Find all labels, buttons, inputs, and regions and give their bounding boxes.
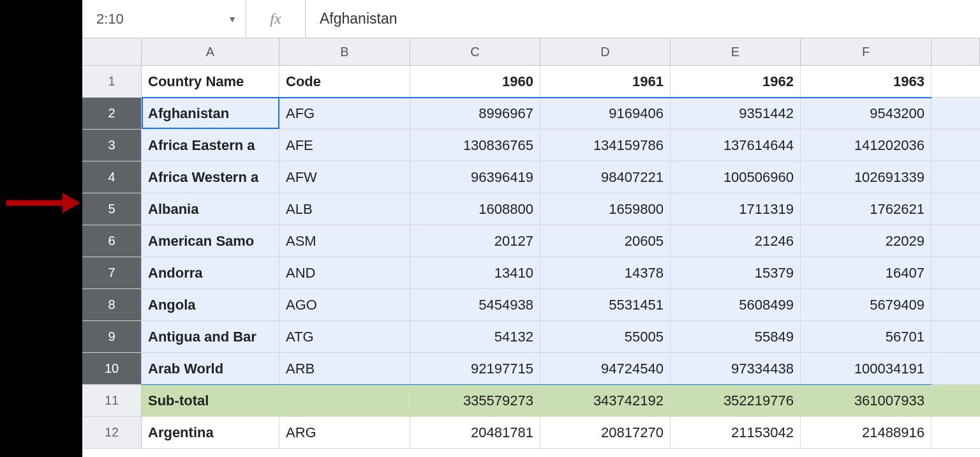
cell[interactable]: American Samo bbox=[142, 225, 279, 257]
cell[interactable]: 22029 bbox=[801, 225, 932, 257]
row-header-7[interactable]: 7 bbox=[82, 257, 142, 288]
cell[interactable]: Albania bbox=[142, 193, 279, 225]
cell[interactable] bbox=[932, 66, 980, 97]
cell[interactable] bbox=[932, 193, 980, 225]
cell[interactable]: 97334438 bbox=[671, 353, 801, 384]
cell[interactable]: 55005 bbox=[540, 321, 671, 352]
cell[interactable]: 1961 bbox=[540, 66, 671, 97]
col-header-F[interactable]: F bbox=[801, 38, 932, 65]
col-header-next[interactable] bbox=[932, 38, 980, 65]
cell[interactable]: 141202036 bbox=[801, 130, 932, 161]
cell[interactable]: ARB bbox=[279, 353, 410, 384]
cell[interactable]: ARG bbox=[279, 417, 410, 448]
cell[interactable]: 100034191 bbox=[801, 353, 932, 384]
row-header-11[interactable]: 11 bbox=[82, 385, 142, 416]
cell[interactable]: 54132 bbox=[410, 321, 540, 352]
cell[interactable]: 13410 bbox=[410, 257, 540, 288]
cell[interactable]: Code bbox=[279, 66, 410, 97]
cell[interactable]: 21246 bbox=[671, 225, 801, 257]
cell[interactable]: Arab World bbox=[142, 353, 279, 384]
cell[interactable]: 1963 bbox=[801, 66, 932, 97]
cell[interactable] bbox=[932, 130, 980, 161]
cell[interactable]: 130836765 bbox=[410, 130, 540, 161]
name-box[interactable]: 2:10 ▼ bbox=[82, 0, 246, 38]
cell[interactable]: 20605 bbox=[540, 225, 671, 257]
cell[interactable]: AND bbox=[279, 257, 410, 288]
row-header-6[interactable]: 6 bbox=[82, 225, 142, 257]
cell[interactable]: 56701 bbox=[801, 321, 932, 352]
row-header-3[interactable]: 3 bbox=[82, 130, 142, 161]
cell[interactable]: Afghanistan bbox=[142, 98, 279, 129]
cell[interactable] bbox=[932, 257, 980, 288]
col-header-A[interactable]: A bbox=[142, 38, 279, 65]
cell[interactable]: 137614644 bbox=[671, 130, 801, 161]
row-header-1[interactable]: 1 bbox=[82, 66, 142, 97]
cell[interactable]: ATG bbox=[279, 321, 410, 352]
row-header-2[interactable]: 2 bbox=[82, 98, 142, 129]
select-all-corner[interactable] bbox=[82, 38, 142, 65]
cell[interactable]: 102691339 bbox=[801, 161, 932, 193]
cell[interactable] bbox=[932, 385, 980, 416]
cell[interactable] bbox=[932, 321, 980, 352]
cell[interactable]: 98407221 bbox=[540, 161, 671, 193]
cell[interactable]: 1960 bbox=[410, 66, 540, 97]
cell[interactable]: Africa Eastern a bbox=[142, 130, 279, 161]
row-header-9[interactable]: 9 bbox=[82, 321, 142, 352]
row-header-4[interactable]: 4 bbox=[82, 161, 142, 193]
row-header-8[interactable]: 8 bbox=[82, 289, 142, 320]
cell[interactable] bbox=[932, 225, 980, 257]
cell[interactable] bbox=[932, 289, 980, 320]
row-header-12[interactable]: 12 bbox=[82, 417, 142, 448]
cell[interactable]: 134159786 bbox=[540, 130, 671, 161]
cell[interactable]: 5454938 bbox=[410, 289, 540, 320]
row-header-5[interactable]: 5 bbox=[82, 193, 142, 225]
col-header-B[interactable]: B bbox=[279, 38, 410, 65]
cell[interactable]: AFG bbox=[279, 98, 410, 129]
cell[interactable]: 20817270 bbox=[540, 417, 671, 448]
cell[interactable]: AFE bbox=[279, 130, 410, 161]
cell[interactable]: 55849 bbox=[671, 321, 801, 352]
cell[interactable]: 15379 bbox=[671, 257, 801, 288]
cell[interactable]: 5608499 bbox=[671, 289, 801, 320]
cell[interactable] bbox=[279, 385, 410, 416]
col-header-E[interactable]: E bbox=[671, 38, 801, 65]
cell[interactable]: 94724540 bbox=[540, 353, 671, 384]
cell[interactable] bbox=[932, 417, 980, 448]
cell[interactable]: 9169406 bbox=[540, 98, 671, 129]
cell[interactable]: Angola bbox=[142, 289, 279, 320]
cell[interactable]: 92197715 bbox=[410, 353, 540, 384]
row-header-10[interactable]: 10 bbox=[82, 353, 142, 384]
cell[interactable]: 1659800 bbox=[540, 193, 671, 225]
cell[interactable]: 1962 bbox=[671, 66, 801, 97]
cell[interactable]: 100506960 bbox=[671, 161, 801, 193]
cell[interactable]: 9543200 bbox=[801, 98, 932, 129]
col-header-D[interactable]: D bbox=[540, 38, 671, 65]
cell[interactable]: 96396419 bbox=[410, 161, 540, 193]
cell[interactable]: ALB bbox=[279, 193, 410, 225]
cell[interactable]: Africa Western a bbox=[142, 161, 279, 193]
cell[interactable] bbox=[932, 353, 980, 384]
cell[interactable]: 352219776 bbox=[671, 385, 801, 416]
cell[interactable]: Argentina bbox=[142, 417, 279, 448]
cell[interactable]: 343742192 bbox=[540, 385, 671, 416]
cell[interactable] bbox=[932, 161, 980, 193]
cell[interactable]: ASM bbox=[279, 225, 410, 257]
cell[interactable]: 16407 bbox=[801, 257, 932, 288]
cell[interactable]: Andorra bbox=[142, 257, 279, 288]
cell[interactable]: 8996967 bbox=[410, 98, 540, 129]
cell[interactable]: AFW bbox=[279, 161, 410, 193]
cell[interactable]: Country Name bbox=[142, 66, 279, 97]
cell[interactable]: 5679409 bbox=[801, 289, 932, 320]
cell[interactable]: AGO bbox=[279, 289, 410, 320]
col-header-C[interactable]: C bbox=[410, 38, 540, 65]
cell[interactable]: 5531451 bbox=[540, 289, 671, 320]
cell[interactable]: 1608800 bbox=[410, 193, 540, 225]
cell[interactable]: 9351442 bbox=[671, 98, 801, 129]
cell[interactable] bbox=[932, 98, 980, 129]
cell[interactable]: 1711319 bbox=[671, 193, 801, 225]
cell[interactable]: 1762621 bbox=[801, 193, 932, 225]
cell[interactable]: Sub-total bbox=[142, 385, 279, 416]
cell[interactable]: Antigua and Bar bbox=[142, 321, 279, 352]
cell[interactable]: 335579273 bbox=[410, 385, 540, 416]
cell[interactable]: 21153042 bbox=[671, 417, 801, 448]
